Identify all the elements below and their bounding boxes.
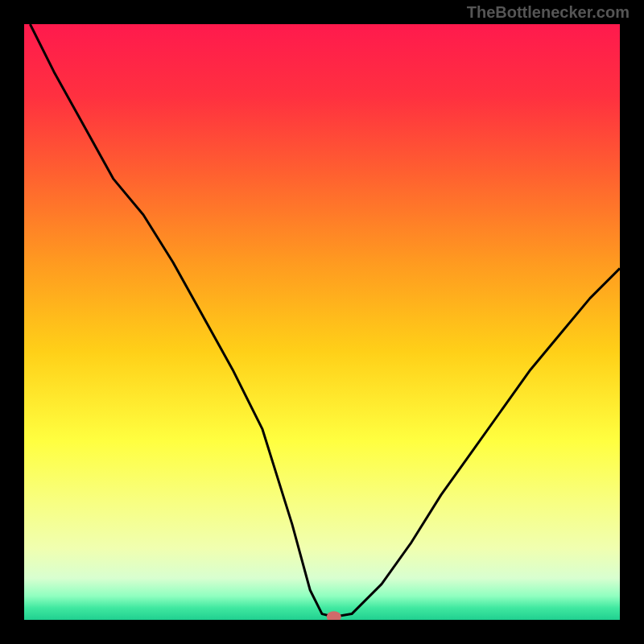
- chart-container: TheBottlenecker.com: [0, 0, 644, 644]
- gradient-background: [24, 24, 620, 620]
- plot-area: [24, 24, 620, 620]
- chart-svg: [24, 24, 620, 620]
- watermark-text: TheBottlenecker.com: [467, 3, 630, 22]
